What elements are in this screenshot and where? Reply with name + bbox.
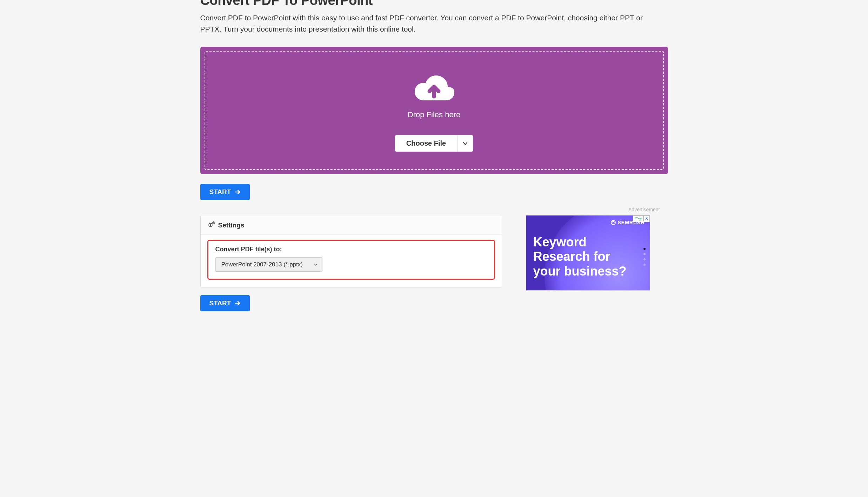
settings-header: Settings bbox=[201, 216, 502, 234]
semrush-logo-icon bbox=[610, 220, 616, 225]
start-button-bottom[interactable]: START bbox=[200, 295, 250, 311]
carousel-dot bbox=[643, 248, 646, 250]
arrow-right-icon bbox=[234, 189, 241, 195]
cloud-upload-icon bbox=[411, 73, 457, 106]
carousel-dot bbox=[643, 253, 646, 255]
drop-files-text: Drop Files here bbox=[408, 110, 460, 119]
svg-point-3 bbox=[213, 223, 214, 223]
page-subtitle: Convert PDF to PowerPoint with this easy… bbox=[200, 12, 656, 34]
start-button-top[interactable]: START bbox=[200, 184, 250, 200]
ad-brand-logo: SEMRUSH bbox=[610, 220, 645, 225]
convert-to-label: Convert PDF file(s) to: bbox=[215, 246, 487, 253]
start-button-label: START bbox=[209, 188, 231, 196]
svg-point-2 bbox=[212, 222, 215, 224]
settings-header-label: Settings bbox=[218, 221, 245, 229]
choose-file-button[interactable]: Choose File bbox=[395, 135, 457, 152]
output-format-select[interactable]: PowerPoint 2007-2013 (*.pptx) bbox=[215, 257, 322, 272]
advertisement-banner[interactable]: 广告 X SEMRUSH Keyword Research for your b… bbox=[526, 215, 650, 291]
carousel-dot bbox=[643, 258, 646, 260]
page-title: Convert PDF To PowerPoint bbox=[200, 0, 668, 8]
chevron-down-icon bbox=[462, 141, 468, 146]
arrow-right-icon bbox=[234, 300, 241, 306]
settings-panel: Settings Convert PDF file(s) to: PowerPo… bbox=[200, 216, 502, 287]
ad-carousel-dots bbox=[643, 248, 646, 266]
start-button-label: START bbox=[209, 299, 231, 307]
choose-file-dropdown-button[interactable] bbox=[457, 135, 473, 152]
svg-point-4 bbox=[611, 220, 615, 225]
advertisement-label: Advertisement bbox=[516, 207, 660, 212]
svg-point-1 bbox=[210, 224, 211, 226]
gears-icon bbox=[208, 221, 215, 229]
file-dropzone[interactable]: Drop Files here Choose File bbox=[200, 47, 668, 174]
carousel-dot bbox=[643, 264, 646, 266]
convert-format-highlight: Convert PDF file(s) to: PowerPoint 2007-… bbox=[207, 240, 495, 280]
ad-headline: Keyword Research for your business? bbox=[533, 235, 627, 278]
